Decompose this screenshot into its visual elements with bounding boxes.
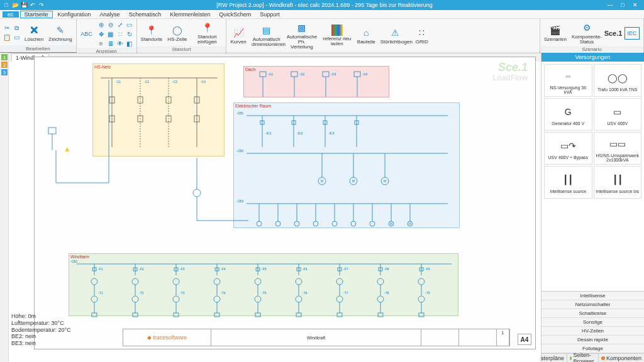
- zeichnung-button[interactable]: ✎Zeichnung: [47, 23, 73, 43]
- tool-icon[interactable]: ▭: [12, 33, 21, 42]
- zoomfit-icon[interactable]: ⤢: [116, 20, 125, 29]
- qat-undo-icon[interactable]: ↶: [29, 1, 36, 9]
- palette-item-5[interactable]: ▭▭HS/NS-Umspannwerk 2x1000kVA: [594, 132, 642, 165]
- pencil-icon: ✎: [54, 24, 67, 36]
- refresh-icon[interactable]: ↻: [125, 30, 134, 38]
- paste-icon[interactable]: 📋: [3, 33, 11, 42]
- palette-item-0[interactable]: ⎓NS-Versorgung 36 kVA: [544, 64, 592, 97]
- menu-analyse[interactable]: Analyse: [96, 11, 124, 18]
- group-standort: 📍Standorte ◯HS-Zelle 📍Standort einfügen …: [137, 19, 227, 52]
- palette-icon: ▭↷: [559, 137, 577, 155]
- palette-label: USV 400V: [607, 121, 628, 126]
- category-4[interactable]: HV-Zellen: [541, 327, 644, 336]
- qat-new-icon[interactable]: □: [3, 1, 10, 9]
- kurven-button[interactable]: 📈Kurven: [229, 25, 247, 46]
- palette-item-7[interactable]: ┃┃Intellisense source bis: [594, 166, 642, 199]
- cut-icon[interactable]: ✂︎: [3, 24, 11, 33]
- szenarien-button[interactable]: 🎬Szenarien: [543, 23, 568, 43]
- eye-icon[interactable]: 👁: [116, 39, 125, 48]
- standorte-button[interactable]: 📍Standorte: [140, 23, 164, 43]
- right-tab-2[interactable]: Komponenten: [598, 354, 644, 362]
- palette-label: Generator 400 V: [552, 121, 584, 126]
- palette-item-2[interactable]: GGenerator 400 V: [544, 98, 592, 131]
- qat-redo-icon[interactable]: ↷: [38, 1, 45, 9]
- sce1-icon: Sce.1: [607, 27, 619, 40]
- env-info: Höhe: 0mLufttemperatur: 30°CBodentempera…: [11, 313, 71, 347]
- palette-label: HS/NS-Umspannwerk 2x1000kVA: [596, 153, 640, 162]
- komponente-status-button[interactable]: ⚙Komponente-Status: [570, 20, 603, 46]
- menu-konfiguration[interactable]: Konfiguration: [54, 11, 95, 18]
- table-icon: ▩: [296, 21, 308, 34]
- palette-label: Intellisense source bis: [596, 189, 639, 194]
- palette-label: NS-Versorgung 36 kVA: [546, 85, 591, 94]
- gutter-2[interactable]: 2: [1, 62, 8, 68]
- autodim-button[interactable]: ▤Automatisch dimensionieren: [250, 23, 283, 48]
- gutter-3[interactable]: 3: [1, 69, 8, 75]
- iec-icon: IEC: [625, 27, 640, 40]
- qat-open-icon[interactable]: 📂: [11, 1, 19, 9]
- category-0[interactable]: Intellisense: [541, 292, 644, 300]
- category-3[interactable]: Sonstige: [541, 318, 644, 327]
- bars-icon: [331, 25, 343, 36]
- trash-icon: 🗙: [28, 24, 40, 36]
- snap-icon[interactable]: ∷: [116, 30, 125, 38]
- bauteile-button[interactable]: ⌂Bauteile: [356, 25, 377, 46]
- right-tab-1[interactable]: Seiten-Browser: [567, 354, 598, 362]
- sidebar: Versorgungen ⎓NS-Versorgung 36 kVA◯◯Traf…: [541, 53, 644, 362]
- autophase-button[interactable]: ▩Automatische Ph. Verteilung: [286, 20, 318, 51]
- menu-schematisch[interactable]: Schematisch: [125, 11, 165, 18]
- group-label-szenario: Szenario: [540, 46, 643, 53]
- zoomout-icon[interactable]: ⊖: [106, 20, 115, 29]
- grid-icon[interactable]: ▦: [106, 30, 115, 38]
- category-1[interactable]: Netzumschalter: [541, 300, 644, 309]
- palette-item-3[interactable]: ▭USV 400V: [594, 98, 642, 131]
- dots-icon: ∷: [416, 26, 428, 39]
- reload-button[interactable]: referenz neu laden: [321, 23, 353, 48]
- sce1-button[interactable]: Sce.1: [606, 26, 621, 41]
- svg-point-164: [193, 189, 201, 197]
- palette-icon: ┃┃: [609, 171, 626, 189]
- palette-icon: ▭▭: [609, 135, 626, 153]
- gutter-1[interactable]: 1: [1, 54, 8, 60]
- right-tabs: MusterpläneSeiten-BrowserKomponenten: [541, 353, 644, 362]
- ruler-icon[interactable]: ≡: [97, 39, 106, 48]
- palette-item-1[interactable]: ◯◯Trafo 1000 kVA TNS: [594, 64, 642, 97]
- arcflash-button[interactable]: ⚠Störlichtbogen: [379, 25, 412, 46]
- palette-item-6[interactable]: ┃┃Intellisense source: [544, 166, 592, 199]
- schematic-canvas[interactable]: Sce.1 LoadFlow HS-Netz -C1 -C2 -C3 -C4 D…: [9, 53, 541, 362]
- minimize-button[interactable]: —: [604, 2, 616, 8]
- copy-icon[interactable]: ⧉: [12, 24, 21, 33]
- warning-icon: ⚠: [389, 26, 402, 39]
- qat-save-icon[interactable]: 💾: [20, 1, 28, 9]
- gear-icon: ⚙: [580, 21, 593, 34]
- abc-button[interactable]: ABC: [79, 26, 94, 41]
- layer-icon[interactable]: ≣: [106, 39, 115, 48]
- hszelle-button[interactable]: ◯HS-Zelle: [166, 23, 188, 43]
- zoomin-icon[interactable]: ⊕: [97, 20, 106, 29]
- pan-icon[interactable]: ✥: [97, 30, 106, 38]
- category-5[interactable]: Dessin rapide: [541, 336, 644, 344]
- menu-quickschem[interactable]: QuickSchem: [215, 11, 255, 18]
- drawing-sheet: Sce.1 LoadFlow HS-Netz -C1 -C2 -C3 -C4 D…: [34, 57, 536, 349]
- standort-einfuegen-button[interactable]: 📍Standort einfügen: [191, 20, 223, 46]
- menu-startseite[interactable]: Startseite: [20, 11, 53, 18]
- group-szenario: 🎬Szenarien ⚙Komponente-Status Sce.1 IEC …: [540, 19, 644, 52]
- menu-ec[interactable]: ec: [3, 11, 19, 18]
- zoomwin-icon[interactable]: ▭: [125, 20, 134, 29]
- palette-item-4[interactable]: ▭↷USV 400V + Bypass: [544, 132, 592, 165]
- menu-klemmenleisten[interactable]: Klemmenleisten: [166, 11, 214, 18]
- clap-icon: 🎬: [549, 24, 562, 36]
- abc-icon: ABC: [80, 28, 93, 40]
- misc-icon[interactable]: ◧: [125, 39, 134, 48]
- close-button[interactable]: ✕: [629, 2, 641, 8]
- category-2[interactable]: Schaltkreise: [541, 309, 644, 318]
- grid-button[interactable]: ∷GRID: [414, 25, 430, 46]
- menu-support[interactable]: Support: [256, 11, 284, 18]
- iec-button[interactable]: IEC: [623, 26, 641, 41]
- palette-icon: ⎓: [559, 67, 577, 85]
- maximize-button[interactable]: □: [616, 2, 629, 8]
- palette-icon: ┃┃: [559, 171, 577, 189]
- delete-button[interactable]: 🗙Löschen: [23, 23, 45, 43]
- sidebar-head: Versorgungen: [541, 53, 644, 62]
- menu-tabs: ec Startseite Konfiguration Analyse Sche…: [0, 10, 644, 19]
